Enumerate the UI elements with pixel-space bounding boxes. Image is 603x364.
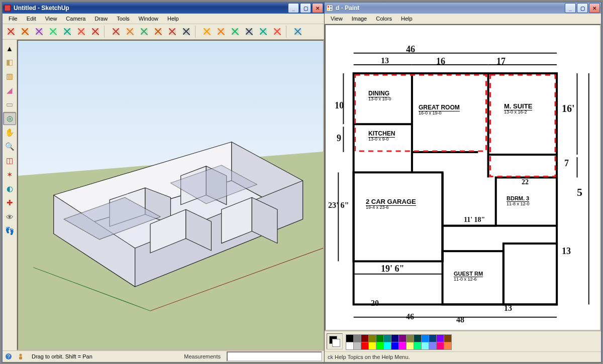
rectangle-tool[interactable] (33, 25, 46, 38)
menu-draw[interactable]: Draw (90, 15, 112, 23)
eraser-tool2[interactable]: ◢ (3, 84, 16, 97)
current-colors[interactable] (327, 333, 343, 349)
position-camera-tool[interactable]: ✚ (3, 196, 16, 209)
menu-view[interactable]: View (41, 15, 61, 23)
rectangle-tool2[interactable]: ▭ (3, 98, 16, 111)
swatch[interactable] (353, 342, 361, 350)
look-around-tool[interactable]: 👁 (3, 210, 16, 223)
swatch[interactable] (391, 342, 399, 350)
eraser-tool[interactable] (19, 25, 32, 38)
select-tool[interactable]: ▲ (3, 42, 16, 55)
swatch[interactable] (406, 334, 414, 342)
circle-tool[interactable] (47, 25, 60, 38)
menu-file[interactable]: File (5, 15, 22, 23)
dimension-tool[interactable] (243, 25, 256, 38)
swatch[interactable] (346, 342, 354, 350)
3d-model-preview (18, 41, 323, 349)
menu-colors[interactable]: Colors (372, 15, 396, 23)
move-tool[interactable] (110, 25, 123, 38)
sketchup-window: Untitled - SketchUp _ ▢ ✕ FileEditViewCa… (2, 2, 325, 362)
sketchup-titlebar[interactable]: Untitled - SketchUp _ ▢ ✕ (3, 3, 324, 14)
sketchup-side-toolbar: ▲◧▥◢▭◎✋🔍◫✶◐✚👁👣 (3, 40, 17, 350)
swatch[interactable] (421, 334, 429, 342)
polygon-tool[interactable] (75, 25, 88, 38)
walk-tool[interactable]: 👣 (3, 224, 16, 237)
menu-window[interactable]: Window (135, 15, 162, 23)
status-hint: Drag to orbit. Shift = Pan (29, 353, 95, 359)
swatch[interactable] (436, 334, 444, 342)
help-status-icon[interactable]: ? (5, 352, 13, 360)
swatch[interactable] (444, 334, 452, 342)
swatch[interactable] (383, 334, 391, 342)
protractor-tool[interactable] (215, 25, 228, 38)
minimize-button[interactable]: _ (565, 3, 576, 13)
swatch[interactable] (361, 342, 369, 350)
swatch[interactable] (376, 334, 384, 342)
orbit-tool[interactable]: ◎ (3, 112, 16, 125)
minimize-button[interactable]: _ (288, 3, 299, 13)
swatch[interactable] (429, 342, 437, 350)
paint-canvas-area[interactable]: DINING13-0 x 10-0GREAT ROOM16-0 x 19-0M.… (325, 24, 601, 331)
sketchup-viewport[interactable] (17, 40, 324, 350)
zoom-tool[interactable]: 🔍 (3, 140, 16, 153)
swatch[interactable] (353, 334, 361, 342)
paint-app-icon (326, 4, 334, 12)
swatch[interactable] (398, 342, 407, 350)
measurements-label: Measurements (184, 353, 223, 359)
menu-tools[interactable]: Tools (113, 15, 134, 23)
tape-tool[interactable] (200, 25, 214, 38)
swatch[interactable] (444, 342, 452, 350)
swatch[interactable] (414, 334, 422, 342)
text-tool[interactable] (257, 25, 270, 38)
followme-tool[interactable] (152, 25, 165, 38)
close-button[interactable]: ✕ (589, 3, 600, 13)
measurements-input[interactable] (227, 351, 322, 361)
swatch[interactable] (368, 342, 376, 350)
swatch[interactable] (436, 342, 444, 350)
previous-view-tool[interactable]: ◐ (3, 182, 16, 195)
scale-tool[interactable] (166, 25, 179, 38)
person-status-icon[interactable] (17, 352, 25, 360)
arc-tool[interactable] (61, 25, 74, 38)
menu-camera[interactable]: Camera (62, 15, 89, 23)
dimension-annotation: 5 (577, 186, 582, 199)
close-button[interactable]: ✕ (312, 3, 323, 13)
paint-titlebar[interactable]: d - Paint _ ▢ ✕ (325, 3, 601, 14)
menu-view[interactable]: View (327, 15, 347, 23)
swatch[interactable] (368, 334, 376, 342)
dimension-annotation: 13 (381, 56, 389, 65)
zoom-window-tool[interactable]: ◫ (3, 154, 16, 167)
gdrive-tool[interactable] (291, 25, 305, 38)
swatch[interactable] (383, 342, 391, 350)
maximize-button[interactable]: ▢ (577, 3, 588, 13)
menu-help[interactable]: Help (397, 15, 417, 23)
menu-help[interactable]: Help (163, 15, 183, 23)
sectionplane-tool[interactable] (271, 25, 284, 38)
menu-image[interactable]: Image (348, 15, 371, 23)
swatch[interactable] (391, 334, 399, 342)
pushpull-tool[interactable] (124, 25, 137, 38)
swatch[interactable] (346, 334, 354, 342)
component-tool[interactable]: ◧ (3, 56, 16, 69)
pan-tool[interactable]: ✋ (3, 126, 16, 139)
zoom-extents-tool[interactable]: ✶ (3, 168, 16, 181)
axes-tool[interactable] (229, 25, 242, 38)
dimension-annotation: 22 (522, 178, 529, 186)
swatch[interactable] (406, 342, 414, 350)
swatch[interactable] (376, 342, 384, 350)
swatch[interactable] (414, 342, 422, 350)
rotate-tool[interactable] (138, 25, 151, 38)
swatch[interactable] (429, 334, 437, 342)
maximize-button[interactable]: ▢ (300, 3, 311, 13)
freehand-tool[interactable] (89, 25, 102, 38)
swatch[interactable] (421, 342, 429, 350)
dimension-annotation: 11' 18" (464, 216, 485, 224)
paint-menubar: ViewImageColorsHelp (325, 14, 601, 24)
offset-tool[interactable] (180, 25, 193, 38)
line-tool[interactable] (5, 25, 18, 38)
menu-edit[interactable]: Edit (23, 15, 40, 23)
paint-bucket-tool[interactable]: ▥ (3, 70, 16, 83)
swatch[interactable] (398, 334, 407, 342)
sketchup-toolbar (3, 24, 324, 40)
swatch[interactable] (361, 334, 369, 342)
